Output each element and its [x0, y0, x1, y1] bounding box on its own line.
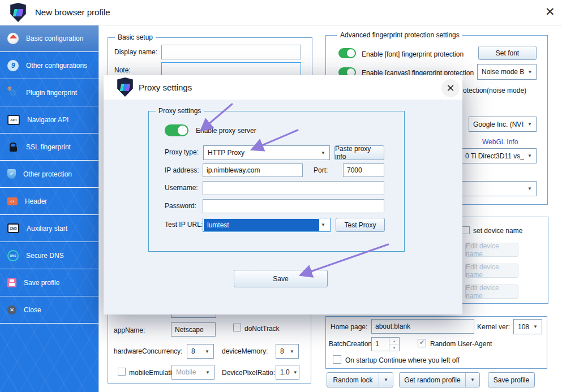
enable-proxy-toggle[interactable]: [165, 124, 188, 136]
gpu-vendor-select[interactable]: Google Inc. (NVID ▼: [469, 117, 537, 132]
display-name-input[interactable]: [161, 45, 301, 59]
test-ip-url-label: Test IP URL:: [165, 221, 203, 229]
proxy-settings-dialog: Proxy settings ✕ Proxy settings Enable p…: [104, 75, 462, 315]
chevron-down-icon: ▼: [321, 150, 325, 156]
font-protection-toggle[interactable]: [338, 48, 356, 58]
on-startup-checkbox[interactable]: [333, 355, 341, 364]
edit-device-name-button[interactable]: Edit device name: [465, 243, 518, 257]
sidebar-item-label: Auxiliary start: [27, 225, 67, 232]
stepper-arrows[interactable]: ▲ ▼: [389, 338, 399, 351]
get-random-profile-button[interactable]: Get random profile ▼: [399, 372, 480, 387]
paste-proxy-info-button[interactable]: Paste proxy info: [334, 145, 384, 160]
chevron-down-icon[interactable]: ▼: [465, 373, 479, 387]
app-logo-icon: [10, 3, 27, 22]
sidebar-item-close[interactable]: Close: [0, 296, 98, 324]
stepper-up-icon[interactable]: ▲: [389, 338, 399, 344]
browser-icon: [7, 60, 19, 71]
gpu-renderer-value: 0 Ti Direct3D11 vs_5: [465, 152, 524, 160]
port-label: Port:: [314, 166, 328, 174]
noise-mode-select[interactable]: Noise mode B ▼: [477, 64, 537, 80]
sidebar-item-label: Plugin fingerprint: [26, 89, 77, 97]
advanced-fingerprint-legend: Advanced fingerprint protection settings: [337, 31, 462, 39]
device-pixel-ratio-select[interactable]: 1.0 ▼: [276, 365, 299, 380]
app-name-label: appName:: [114, 326, 145, 334]
save-button[interactable]: Save: [234, 270, 328, 287]
sidebar-item-plugin-fingerprint[interactable]: Plugin fingerprint: [0, 79, 98, 106]
sidebar-item-label: Save profile: [24, 279, 59, 287]
window-header: New browser profile ✕: [0, 0, 562, 25]
sidebar-item-ssl-fingerprint[interactable]: SSL fingerprint: [0, 133, 98, 161]
sidebar-item-other-configurations[interactable]: Other configurations: [0, 52, 98, 79]
sidebar-item-navigator-api[interactable]: Navigator API: [0, 106, 98, 133]
enable-proxy-label: Enable proxy server: [196, 127, 256, 135]
hardware-concurrency-select[interactable]: 8 ▼: [187, 344, 214, 359]
edit-device-name-button[interactable]: Edit device name: [465, 285, 518, 299]
cmd-icon: [7, 223, 19, 233]
floppy-icon: [7, 278, 16, 287]
sidebar-item-auxiliary-start[interactable]: Auxiliary start: [0, 215, 98, 242]
random-lock-button[interactable]: Random lock ▼: [327, 372, 393, 387]
window-close-icon[interactable]: ✕: [545, 6, 555, 18]
sidebar-item-label: Navigator API: [27, 116, 68, 124]
sidebar-item-basic-configuration[interactable]: Basic configuration: [0, 25, 98, 52]
sidebar-item-label: Other protection: [23, 170, 72, 178]
display-name-label: Display name:: [114, 48, 157, 56]
random-user-agent-label: Random User-Agent: [430, 340, 492, 348]
sidebar-item-label: SSL fingerprint: [26, 143, 71, 151]
username-input[interactable]: [203, 181, 384, 195]
chevron-down-icon: ▼: [527, 186, 532, 191]
sidebar-item-label: Close: [24, 306, 41, 314]
gpu-renderer-select[interactable]: 0 Ti Direct3D11 vs_5 ▼: [461, 148, 537, 163]
sidebar-item-secure-dns[interactable]: Secure DNS: [0, 242, 98, 269]
set-device-name-label: set device name: [473, 227, 522, 235]
ip-address-input[interactable]: [203, 163, 303, 177]
close-circle-icon: [7, 305, 16, 315]
sidebar-item-other-protection[interactable]: Other protection: [0, 161, 98, 188]
proxy-settings-fieldset: Proxy settings Enable proxy server Proxy…: [148, 111, 405, 252]
edit-device-name-button[interactable]: Edit device name: [465, 264, 518, 278]
set-device-name-checkbox[interactable]: [462, 226, 470, 234]
mobile-emulation-checkbox[interactable]: [118, 368, 126, 376]
password-input[interactable]: [203, 199, 384, 213]
webgl-info-link[interactable]: WebGL Info: [482, 138, 518, 146]
mobile-emulation-label: mobileEmulatio: [129, 369, 175, 377]
random-user-agent-checkbox[interactable]: ✔: [418, 339, 426, 347]
kernel-ver-select[interactable]: 108 ▼: [513, 319, 542, 334]
chevron-down-icon: ▼: [293, 370, 298, 375]
sidebar-item-header[interactable]: Header: [0, 188, 98, 215]
noise-mode-value: Noise mode B: [482, 68, 524, 76]
ip-address-label: IP address:: [165, 166, 199, 174]
gears-icon: [7, 87, 19, 98]
device-memory-label: deviceMemory:: [222, 347, 268, 355]
do-not-track-checkbox[interactable]: [233, 324, 241, 331]
device-memory-select[interactable]: 8 ▼: [276, 344, 299, 359]
home-page-input[interactable]: [371, 319, 474, 334]
test-proxy-button[interactable]: Test Proxy: [336, 218, 385, 232]
kernel-ver-label: Kernel ver:: [477, 323, 510, 331]
noise-protection-partial-label: otection(noise mode): [463, 87, 526, 94]
test-ip-url-value: lumtest: [204, 219, 319, 231]
chevron-down-icon: ▼: [290, 349, 294, 354]
chevron-down-icon: ▼: [205, 349, 209, 354]
extra-select[interactable]: ▼: [461, 181, 537, 196]
device-pixel-ratio-label: DevicePixelRatio:: [222, 369, 275, 377]
proxy-type-select[interactable]: HTTP Proxy ▼: [203, 145, 330, 160]
sidebar-item-label: Other configurations: [26, 62, 87, 70]
mobile-select[interactable]: Mobile ▼: [171, 365, 214, 380]
app-logo-icon: [117, 77, 134, 97]
set-font-button[interactable]: Set font: [478, 46, 537, 60]
sidebar-item-save-profile[interactable]: Save profile: [0, 269, 98, 296]
app-name-input[interactable]: [171, 322, 216, 337]
dialog-close-icon[interactable]: ✕: [441, 79, 460, 97]
sidebar-item-label: Basic configuration: [26, 35, 83, 42]
test-ip-url-select[interactable]: lumtest ▼: [203, 218, 331, 232]
stepper-down-icon[interactable]: ▼: [389, 344, 399, 351]
save-profile-button[interactable]: Save profile: [488, 372, 535, 387]
hardware-concurrency-label: hardwareConcurrency:: [114, 347, 182, 355]
proxy-type-value: HTTP Proxy: [208, 149, 244, 157]
proxy-settings-legend: Proxy settings: [156, 107, 204, 115]
chevron-down-icon[interactable]: ▼: [379, 373, 393, 387]
batch-creation-stepper[interactable]: 1 ▲ ▼: [371, 337, 400, 351]
shield-icon: [7, 169, 16, 179]
port-input[interactable]: [343, 163, 384, 177]
